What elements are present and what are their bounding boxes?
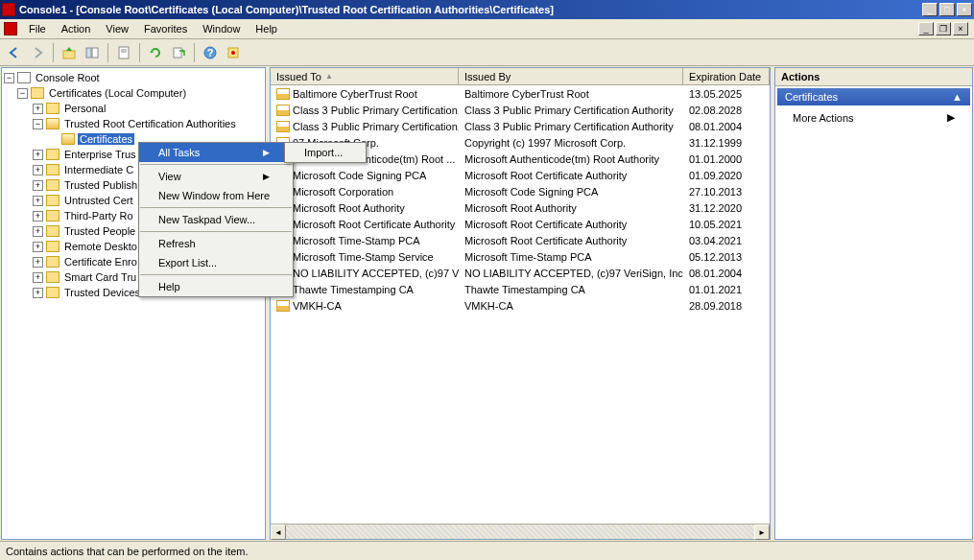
scroll-left-button[interactable]: ◄ <box>271 525 286 540</box>
folder-open-icon <box>61 133 75 145</box>
tree-node-trusted-root[interactable]: −Trusted Root Certification Authorities <box>2 116 265 131</box>
titlebar: Console1 - [Console Root\Certificates (L… <box>0 0 974 19</box>
menu-favorites[interactable]: Favorites <box>136 21 195 36</box>
expand-icon[interactable]: + <box>33 272 43 283</box>
list-row[interactable]: Thawte Timestamping CAThawte Timestampin… <box>271 281 770 297</box>
column-expiration[interactable]: Expiration Date <box>683 68 770 84</box>
cell-expiration: 13.05.2025 <box>683 88 770 100</box>
maximize-button[interactable]: □ <box>939 3 955 16</box>
refresh-button[interactable] <box>145 42 166 63</box>
folder-icon <box>46 256 59 268</box>
actions-header: Actions <box>775 68 972 86</box>
cell-expiration: 01.01.2021 <box>683 284 770 295</box>
expand-icon[interactable]: + <box>33 288 43 298</box>
forward-button[interactable] <box>27 42 48 63</box>
expand-icon[interactable]: + <box>33 211 43 222</box>
list-row[interactable]: NO LIABILITY ACCEPTED, (c)97 V...NO LIAB… <box>271 265 770 281</box>
column-issued-by[interactable]: Issued By <box>459 68 683 84</box>
context-menu: All Tasks▶ View▶ New Window from Here Ne… <box>138 142 294 297</box>
folder-icon <box>46 210 59 222</box>
expand-icon[interactable]: + <box>33 257 43 268</box>
mdi-minimize-button[interactable]: _ <box>918 22 934 35</box>
ctx-export-list[interactable]: Export List... <box>139 253 293 272</box>
list-row[interactable]: Baltimore CyberTrust RootBaltimore Cyber… <box>271 85 770 102</box>
separator <box>140 207 292 208</box>
menu-window[interactable]: Window <box>195 21 248 36</box>
list-row[interactable]: Microsoft Root Certificate AuthorityMicr… <box>271 216 770 232</box>
list-row[interactable]: Class 3 Public Primary Certification...C… <box>271 118 770 134</box>
ctx-view[interactable]: View▶ <box>139 167 293 186</box>
folder-icon <box>46 241 59 252</box>
certificate-icon <box>276 105 290 116</box>
cert-tool-button[interactable] <box>223 42 244 63</box>
actions-more-actions[interactable]: More Actions ▶ <box>775 107 972 128</box>
ctx-new-taskpad[interactable]: New Taskpad View... <box>139 210 293 229</box>
expand-icon[interactable]: + <box>33 226 43 237</box>
close-button[interactable]: × <box>957 3 972 16</box>
app-icon <box>2 3 15 16</box>
cell-issued-by: Class 3 Public Primary Certification Aut… <box>459 121 683 132</box>
folder-icon <box>46 179 59 191</box>
expand-icon[interactable]: + <box>33 180 43 191</box>
ctx-all-tasks[interactable]: All Tasks▶ <box>139 143 293 162</box>
cell-expiration: 02.08.2028 <box>683 105 770 116</box>
list-header: Issued To▲ Issued By Expiration Date <box>271 68 770 85</box>
ctx-refresh[interactable]: Refresh <box>139 234 293 253</box>
list-panel: Issued To▲ Issued By Expiration Date Bal… <box>270 67 771 540</box>
menu-help[interactable]: Help <box>248 21 285 36</box>
ctx-help[interactable]: Help <box>139 277 293 296</box>
folder-icon <box>46 103 59 114</box>
scroll-right-button[interactable]: ► <box>754 525 770 540</box>
scroll-track[interactable] <box>286 525 754 539</box>
list-row[interactable]: Microsoft Time-Stamp ServiceMicrosoft Ti… <box>271 248 770 265</box>
list-row[interactable]: Microsoft Root AuthorityMicrosoft Root A… <box>271 199 770 216</box>
cell-issued-to: Microsoft Root Certificate Authority <box>271 219 459 230</box>
cell-issued-by: Baltimore CyberTrust Root <box>459 88 683 100</box>
properties-button[interactable] <box>113 42 134 63</box>
back-button[interactable] <box>4 42 25 63</box>
mdi-restore-button[interactable]: ❐ <box>936 22 951 35</box>
menubar: File Action View Favorites Window Help _… <box>0 19 974 39</box>
ctx-new-window[interactable]: New Window from Here <box>139 186 293 205</box>
tree-node-console-root[interactable]: −Console Root <box>2 70 265 85</box>
help-button[interactable]: ? <box>200 42 221 63</box>
list-row[interactable]: Class 3 Public Primary Certification...C… <box>271 102 770 118</box>
cell-expiration: 10.05.2021 <box>683 219 770 230</box>
svg-rect-0 <box>63 51 75 58</box>
folder-icon <box>46 195 59 206</box>
list-row[interactable]: Microsoft Time-Stamp PCAMicrosoft Root C… <box>271 232 770 248</box>
statusbar: Contains actions that can be performed o… <box>0 541 974 560</box>
expand-icon[interactable]: + <box>33 196 43 206</box>
tree-node-certificates-root[interactable]: −Certificates (Local Computer) <box>2 85 265 101</box>
cell-expiration: 08.01.2004 <box>683 121 770 132</box>
tree-node-personal[interactable]: +Personal <box>2 101 265 116</box>
up-button[interactable] <box>59 42 80 63</box>
cell-expiration: 28.09.2018 <box>683 300 770 312</box>
collapse-icon[interactable]: − <box>4 73 14 83</box>
export-button[interactable] <box>168 42 189 63</box>
cell-expiration: 03.04.2021 <box>683 235 770 246</box>
expand-icon[interactable]: + <box>33 150 43 160</box>
collapse-icon[interactable]: − <box>17 88 28 99</box>
horizontal-scrollbar[interactable]: ◄ ► <box>271 524 770 539</box>
menu-action[interactable]: Action <box>54 21 99 36</box>
menu-view[interactable]: View <box>98 21 136 36</box>
list-row[interactable]: Microsoft Code Signing PCAMicrosoft Root… <box>271 167 770 183</box>
separator <box>140 231 292 232</box>
list-row[interactable]: Microsoft CorporationMicrosoft Code Sign… <box>271 183 770 199</box>
tree-panel[interactable]: −Console Root −Certificates (Local Compu… <box>1 67 266 540</box>
mdi-close-button[interactable]: × <box>953 22 968 35</box>
minimize-button[interactable]: _ <box>922 3 938 16</box>
actions-section-certificates[interactable]: Certificates ▲ <box>777 88 970 105</box>
cell-issued-to: NO LIABILITY ACCEPTED, (c)97 V... <box>271 268 459 279</box>
cell-issued-by: Thawte Timestamping CA <box>459 284 683 295</box>
ctx-import[interactable]: Import... <box>285 143 366 162</box>
list-row[interactable]: VMKH-CAVMKH-CA28.09.2018 <box>271 297 770 314</box>
menu-file[interactable]: File <box>21 21 54 36</box>
expand-icon[interactable]: + <box>33 242 43 252</box>
expand-icon[interactable]: + <box>33 104 43 114</box>
expand-icon[interactable]: + <box>33 165 43 175</box>
column-issued-to[interactable]: Issued To▲ <box>271 68 459 84</box>
show-hide-tree-button[interactable] <box>82 42 103 63</box>
collapse-icon[interactable]: − <box>33 119 43 129</box>
